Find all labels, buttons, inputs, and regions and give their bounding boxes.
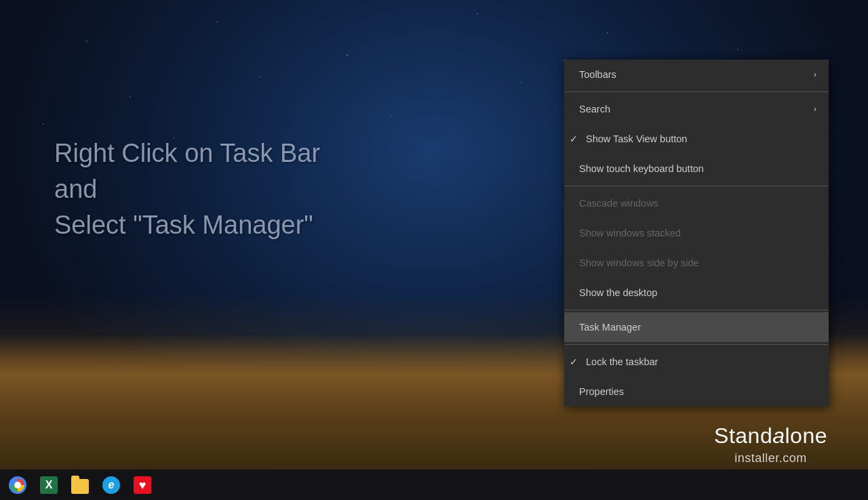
separator-after-show-desktop: [564, 310, 829, 310]
watermark-installer: installer.com: [714, 451, 827, 466]
taskbar-heart-icon[interactable]: ♥: [127, 470, 157, 500]
arrow-icon-search: ›: [814, 104, 816, 114]
context-menu: Toolbars›Search›✓Show Task View buttonSh…: [564, 60, 829, 407]
ie-icon: e: [102, 476, 120, 494]
arrow-icon-toolbars: ›: [814, 70, 816, 79]
menu-item-show-desktop[interactable]: Show the desktop: [564, 278, 829, 308]
menu-label-cascade-windows: Cascade windows: [579, 198, 658, 209]
instruction-line1: Right Click on Task Bar: [54, 136, 320, 171]
menu-label-show-touch-keyboard: Show touch keyboard button: [579, 163, 704, 174]
heart-icon: ♥: [134, 476, 151, 494]
menu-item-show-touch-keyboard[interactable]: Show touch keyboard button: [564, 154, 829, 184]
menu-label-search: Search: [579, 104, 610, 114]
taskbar-excel-icon[interactable]: X: [34, 470, 64, 500]
taskbar-folder-icon[interactable]: [65, 470, 95, 500]
checkmark-show-task-view: ✓: [570, 133, 578, 144]
folder-icon: [71, 479, 89, 494]
menu-item-lock-taskbar[interactable]: ✓Lock the taskbar: [564, 347, 829, 377]
menu-item-show-task-view[interactable]: ✓Show Task View button: [564, 124, 829, 154]
instruction-line3: Select "Task Manager": [54, 207, 320, 243]
separator-after-show-touch-keyboard: [564, 186, 829, 186]
menu-item-task-manager[interactable]: Task Manager: [564, 312, 829, 342]
menu-item-search[interactable]: Search›: [564, 94, 829, 124]
taskbar-ie-icon[interactable]: e: [96, 470, 126, 500]
watermark-standalone: Standalone: [714, 422, 827, 451]
menu-label-lock-taskbar: Lock the taskbar: [579, 356, 658, 367]
instruction-overlay: Right Click on Task Bar and Select "Task…: [54, 136, 320, 244]
separator-after-toolbars: [564, 91, 829, 92]
menu-label-show-task-view: Show Task View button: [579, 133, 687, 144]
menu-item-properties[interactable]: Properties: [564, 377, 829, 407]
menu-item-show-windows-stacked: Show windows stacked: [564, 218, 829, 248]
menu-label-show-windows-stacked: Show windows stacked: [579, 228, 681, 238]
menu-item-show-windows-side-by-side: Show windows side by side: [564, 248, 829, 278]
menu-item-cascade-windows: Cascade windows: [564, 188, 829, 218]
menu-label-properties: Properties: [579, 386, 624, 397]
menu-label-show-windows-side-by-side: Show windows side by side: [579, 257, 699, 268]
menu-label-task-manager: Task Manager: [579, 322, 641, 333]
excel-icon: X: [40, 476, 58, 494]
instruction-line2: and: [54, 171, 320, 207]
checkmark-lock-taskbar: ✓: [570, 356, 578, 367]
browser-icon: [9, 476, 26, 494]
separator-after-task-manager: [564, 344, 829, 345]
menu-item-toolbars[interactable]: Toolbars›: [564, 60, 829, 89]
menu-label-show-desktop: Show the desktop: [579, 287, 657, 298]
watermark: Standalone installer.com: [714, 422, 827, 466]
menu-label-toolbars: Toolbars: [579, 69, 616, 80]
taskbar-browser-icon[interactable]: [3, 470, 33, 500]
taskbar: X e ♥: [0, 470, 868, 500]
